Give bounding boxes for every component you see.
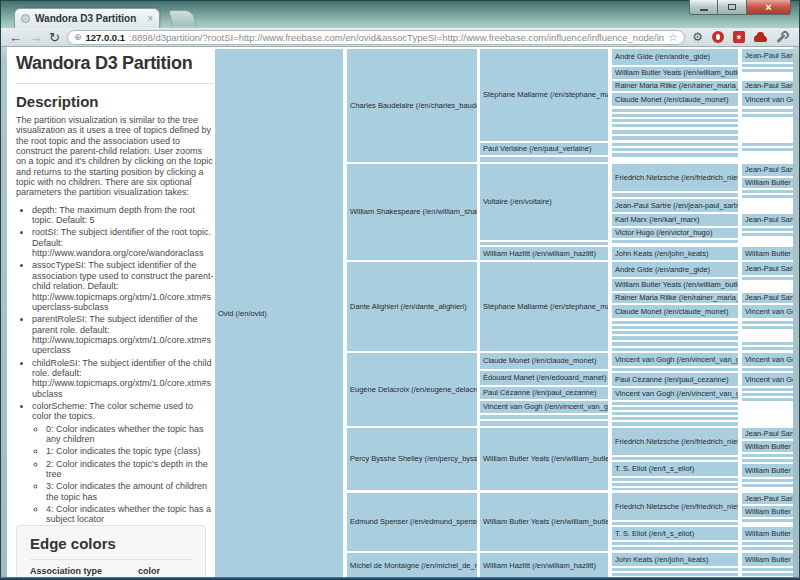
- partition-cell[interactable]: [612, 109, 738, 112]
- partition-cell[interactable]: Vincent van Gogh (/en/vincent_van_gogh): [612, 388, 738, 400]
- partition-cell[interactable]: Jean-Paul Sartre (/en/jean-paul_sartre): [742, 81, 793, 91]
- partition-cell[interactable]: Jean-Paul Sartre (/en/jean-paul_sartre): [742, 49, 793, 62]
- partition-cell[interactable]: André Gide (/en/andre_gide): [612, 262, 738, 277]
- partition-cell[interactable]: [612, 331, 738, 334]
- partition-cell[interactable]: Vincent van Gogh (/en/vincent_van_gogh): [480, 401, 608, 413]
- partition-cell[interactable]: Rainer Maria Rilke (/en/rainer_maria_ril…: [612, 293, 738, 303]
- partition-cell[interactable]: [612, 342, 738, 346]
- minimize-button[interactable]: [689, 0, 718, 15]
- red-circle-extension-icon[interactable]: [712, 31, 724, 43]
- partition-cell[interactable]: Jean-Paul Sartre (/en/jean-paul_sartre): [742, 164, 793, 176]
- partition-cell[interactable]: Jean-Paul Sartre (/en/jean-paul_sartre): [742, 493, 793, 504]
- partition-cell[interactable]: Percy Bysshe Shelley (/en/percy_bysshe_s…: [347, 428, 477, 490]
- browser-tab[interactable]: Wandora D3 Partition ×: [14, 8, 160, 28]
- partition-cell[interactable]: [612, 547, 738, 550]
- partition-cell[interactable]: [612, 326, 738, 329]
- partition-cell[interactable]: [480, 415, 608, 419]
- partition-cell[interactable]: William Butler Yeats (/en/william_butler…: [480, 428, 608, 490]
- partition-cell[interactable]: John Keats (/en/john_keats): [612, 247, 738, 260]
- partition-cell[interactable]: [742, 454, 793, 457]
- partition-cell[interactable]: [480, 242, 608, 245]
- partition-cell[interactable]: [612, 522, 738, 525]
- bookmark-star-icon[interactable]: ☆: [668, 32, 678, 43]
- partition-cell[interactable]: Vincent van Gogh (/en/vincent_van_gogh): [612, 353, 738, 366]
- partition-cell[interactable]: [612, 417, 738, 420]
- partition-cell[interactable]: Dante Alighieri (/en/dante_alighieri): [347, 262, 477, 351]
- partition-cell[interactable]: [612, 193, 738, 197]
- partition-cell[interactable]: Claude Monet (/en/claude_monet): [612, 305, 738, 318]
- partition-cell[interactable]: Jean-Paul Sartre (/en/jean-paul_sartre): [742, 428, 793, 439]
- partition-cell[interactable]: William Butler Yeats (/en/william_butler…: [742, 441, 793, 452]
- partition-cell[interactable]: André Gide (/en/andre_gide): [612, 49, 738, 65]
- partition-cell[interactable]: [742, 143, 793, 146]
- partition-cell[interactable]: [612, 368, 738, 371]
- partition-cell[interactable]: [742, 479, 793, 482]
- wrench-icon[interactable]: [776, 31, 789, 44]
- partition-cell[interactable]: [612, 336, 738, 340]
- partition-cell[interactable]: Paul Cézanne (/en/paul_cezanne): [612, 373, 738, 386]
- partition-cell[interactable]: [742, 459, 793, 462]
- partition-cell[interactable]: Charles Baudelaire (/en/charles_baudelai…: [347, 49, 477, 162]
- partition-cell[interactable]: Vincent van Gogh (/en/vincent_van_gogh): [742, 93, 793, 106]
- partition-cell[interactable]: [612, 348, 738, 351]
- partition-cell[interactable]: [612, 483, 738, 486]
- partition-cell[interactable]: [742, 233, 793, 236]
- partition-cell[interactable]: William Butler Yeats (/en/william_butler…: [742, 553, 793, 566]
- partition-cell[interactable]: [612, 148, 738, 151]
- partition-cell[interactable]: [612, 488, 738, 490]
- partition-cell[interactable]: Stéphane Mallarmé (/en/stephane_mallarme…: [480, 49, 608, 141]
- partition-cell[interactable]: [612, 240, 738, 243]
- partition-cell[interactable]: [742, 195, 793, 198]
- partition-cell[interactable]: William Butler Yeats (/en/william_butler…: [612, 67, 738, 79]
- partition-cell[interactable]: Friedrich Nietzsche (/en/friedrich_nietz…: [612, 164, 738, 191]
- partition-cell[interactable]: Stéphane Mallarmé (/en/stephane_mallarme…: [480, 262, 608, 351]
- partition-cell[interactable]: [742, 69, 793, 72]
- partition-cell[interactable]: Vincent van Gogh (/en/vincent_van_gogh): [742, 353, 793, 366]
- partition-cell[interactable]: William Butler Yeats (/en/william_butler…: [742, 247, 793, 260]
- partition-cell[interactable]: [742, 568, 793, 571]
- partition-cell[interactable]: [742, 109, 793, 112]
- partition-cell[interactable]: William Hazlitt (/en/william_hazlitt): [480, 247, 608, 260]
- partition-cell[interactable]: Friedrich Nietzsche (/en/friedrich_nietz…: [612, 493, 738, 520]
- partition-cell[interactable]: William Butler Yeats (/en/william_butler…: [480, 493, 608, 551]
- partition-cell[interactable]: [742, 547, 793, 550]
- partition-cell[interactable]: [742, 114, 793, 117]
- close-button[interactable]: ×: [746, 0, 791, 15]
- partition-cell[interactable]: Claude Monet (/en/claude_monet): [480, 353, 608, 369]
- partition-cell[interactable]: [742, 321, 793, 324]
- partition-cell[interactable]: Vincent van Gogh (/en/vincent_van_gogh): [742, 373, 793, 386]
- partition-cell[interactable]: Voltaire (/en/voltaire): [480, 164, 608, 240]
- partition-cell[interactable]: [612, 321, 738, 324]
- partition-cell[interactable]: [742, 228, 793, 231]
- partition-cell[interactable]: William Butler Yeats (/en/william_butler…: [742, 178, 793, 188]
- partition-cell[interactable]: [742, 542, 793, 545]
- partition-cell[interactable]: [480, 421, 608, 426]
- partition-cell[interactable]: [612, 136, 738, 140]
- partition-cell[interactable]: [612, 573, 738, 576]
- partition-cell[interactable]: Jean-Paul Sartre (/en/jean-paul_sartre): [612, 199, 738, 212]
- partition-cell[interactable]: [742, 277, 793, 280]
- partition-cell[interactable]: Jean-Paul Sartre (/en/jean-paul_sartre): [742, 262, 793, 275]
- partition-cell[interactable]: Paul Verlaine (/en/paul_verlaine): [480, 143, 608, 155]
- partition-cell[interactable]: Michel de Montaigne (/en/michel_de_monta…: [347, 553, 477, 577]
- partition-cell[interactable]: Paul Cézanne (/en/paul_cezanne): [480, 387, 608, 399]
- partition-cell[interactable]: [612, 568, 738, 571]
- partition-cell[interactable]: [742, 484, 793, 487]
- partition-cell[interactable]: William Hazlitt (/en/william_hazlitt): [480, 553, 608, 577]
- partition-cell[interactable]: Vincent van Gogh (/en/vincent_van_gogh): [742, 305, 793, 318]
- partition-cell[interactable]: [612, 114, 738, 117]
- partition-cell[interactable]: [742, 573, 793, 576]
- partition-cell[interactable]: Victor Hugo (/en/victor_hugo): [612, 228, 738, 238]
- partition-cell[interactable]: [612, 457, 738, 460]
- partition-cell[interactable]: [742, 326, 793, 329]
- partition-cell[interactable]: Claude Monet (/en/claude_monet): [612, 93, 738, 106]
- partition-cell[interactable]: Edmund Spenser (/en/edmund_spenser): [347, 493, 477, 551]
- partition-cell[interactable]: [612, 130, 738, 134]
- partition-cell[interactable]: [612, 542, 738, 545]
- partition-cell[interactable]: [612, 402, 738, 405]
- partition-cell[interactable]: William Butler Yeats (/en/william_butler…: [612, 279, 738, 291]
- gear-icon[interactable]: ⚙: [692, 31, 703, 43]
- partition-cell[interactable]: Friedrich Nietzsche (/en/friedrich_nietz…: [612, 428, 738, 455]
- reload-icon[interactable]: ↻: [49, 31, 60, 44]
- partition-cell[interactable]: William Butler Yeats (/en/william_butler…: [742, 527, 793, 540]
